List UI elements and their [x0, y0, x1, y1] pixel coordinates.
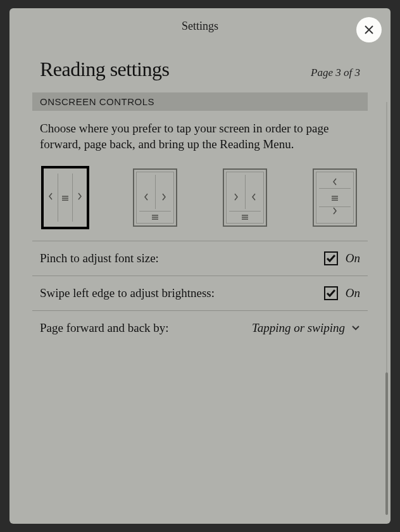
checkbox-checked-icon [324, 251, 338, 265]
chevron-right-icon [332, 206, 338, 218]
checkbox-checked-icon [324, 286, 338, 300]
menu-icon [242, 211, 248, 222]
section-description: Choose where you prefer to tap your scre… [32, 111, 368, 157]
close-icon [364, 25, 374, 35]
chevron-left-icon [47, 192, 54, 203]
chevron-left-icon [251, 193, 257, 204]
setting-row-paging: Page forward and back by: Tapping or swi… [32, 311, 368, 345]
swipe-toggle[interactable]: On [324, 286, 360, 300]
toggle-state: On [346, 286, 360, 300]
layout-option-three-column[interactable] [41, 166, 89, 229]
chevron-right-icon [233, 193, 239, 204]
modal-title: Settings [182, 20, 218, 33]
layout-option-three-row[interactable] [311, 166, 359, 229]
setting-label: Page forward and back by: [40, 321, 169, 335]
chevron-right-icon [77, 192, 83, 203]
pinch-toggle[interactable]: On [324, 251, 360, 265]
layout-option-two-col-bottom[interactable] [131, 166, 179, 229]
layout-options [32, 157, 368, 241]
chevron-right-icon [161, 193, 167, 204]
menu-icon [152, 211, 158, 222]
section-title: Reading settings [40, 58, 169, 81]
page-indicator: Page 3 of 3 [311, 66, 360, 79]
setting-row-swipe: Swipe left edge to adjust brightness: On [32, 276, 368, 311]
dropdown-value: Tapping or swiping [252, 321, 345, 335]
setting-row-pinch: Pinch to adjust font size: On [32, 241, 368, 276]
scrollbar-thumb[interactable] [385, 372, 388, 515]
menu-icon [332, 192, 338, 203]
menu-icon [62, 192, 68, 203]
chevron-left-icon [143, 193, 149, 204]
close-button[interactable] [356, 17, 382, 42]
layout-option-two-col-bottom-reversed[interactable] [221, 166, 269, 229]
section-header: ONSCREEN CONTROLS [32, 92, 368, 111]
chevron-down-icon [351, 325, 360, 331]
setting-label: Swipe left edge to adjust brightness: [40, 286, 215, 300]
paging-dropdown[interactable]: Tapping or swiping [252, 321, 360, 335]
chevron-left-icon [332, 177, 338, 189]
setting-label: Pinch to adjust font size: [40, 251, 159, 265]
toggle-state: On [346, 251, 360, 265]
